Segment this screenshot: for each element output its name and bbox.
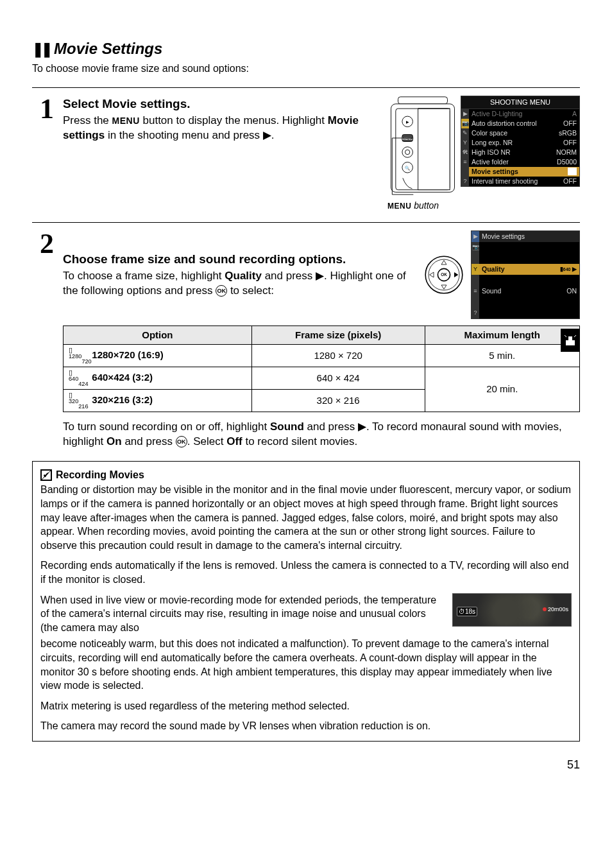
note-title-text: Recording Movies [56,468,144,482]
step-title-bold: Movie settings [102,97,187,110]
note-p1: Banding or distortion may be visible in … [40,483,572,552]
rec-indicator: 20m00s [543,605,568,613]
svg-rect-21 [566,340,575,345]
section-heading: ❚❚ Movie Settings [32,39,580,59]
svg-line-23 [565,335,566,337]
section-marker: ❚❚ [32,40,50,59]
multi-selector-icon: OK [423,254,464,295]
step-title: Choose frame size and sound recording op… [63,251,417,268]
opt-label: 1280×720 (16:9) [92,349,163,360]
ok-icon: OK [176,436,187,447]
ok-icon: OK [216,285,227,297]
svg-text:MENU: MENU [402,137,412,141]
svg-rect-11 [418,108,450,189]
table-header-row: Option Frame size (pixels) Maximum lengt… [64,326,580,344]
t: . [271,129,275,141]
shooting-menu-screen: SHOOTING MENU ▶ 📷 ✎ Y 🛠 ≡ ? Active D-Lig… [461,96,580,187]
svg-text:▶: ▶ [406,119,409,124]
note-p3a: When used in live view or movie-recordin… [40,593,446,635]
res-icon: ▯ 640424 [69,369,87,387]
step-illustration: ▶ MENU 🔍 SHOOTING MENU ▶ 📷 ✎ Y [387,96,580,212]
note-p3b: become noticeably warm, but this does no… [40,637,572,692]
lcd-sidebar: ▶ 📷 Y ≡ ? [472,231,479,318]
lcd-sidebar: ▶ 📷 ✎ Y 🛠 ≡ ? [461,109,469,186]
menu-button-caption: MENU button [387,200,439,212]
step-title-prefix: Select [63,97,102,110]
caption-label: MENU [387,202,411,211]
panel-row-sound: SoundON [479,286,579,297]
th-max-length: Maximum length [425,326,579,344]
caption-italic: button [411,200,439,211]
side-tab-icon [561,329,580,352]
cell-len: 5 min. [425,344,579,367]
blank-row [479,275,579,286]
th-option: Option [64,326,252,344]
menu-item-interval-timer: Interval timer shootingOFF [469,177,579,186]
section-title: Movie Settings [54,39,162,59]
step-text: To choose a frame size, highlight Qualit… [63,269,417,299]
svg-rect-0 [398,97,448,104]
step-number: 1 [32,96,54,212]
lcd-rows: Active D-LightingA Auto distortion contr… [469,109,579,186]
res-icon: ▯ 1280720 [69,347,87,365]
step-number: 2 [32,230,54,449]
cell-len: 20 min. [425,367,579,412]
svg-line-24 [574,335,576,337]
page-number: 51 [32,757,580,772]
panel-title: Movie settings [479,231,579,242]
blank-row [479,253,579,264]
svg-point-7 [402,147,412,157]
t: in the shooting menu and press [105,129,263,141]
table-row: ▯ 1280720 1280×720 (16:9) 1280 × 720 5 m… [64,344,580,367]
divider [32,87,580,88]
recording-movies-note: ✔ Recording Movies Banding or distortion… [32,461,580,742]
opt-label: 640×424 (3:2) [92,372,153,383]
step-text: Press the MENU button to display the men… [63,114,378,143]
t: To choose a frame size, highlight [63,270,225,282]
right-tri-icon: ▶ [358,421,366,433]
menu-item-movie-settings: Movie settings [469,167,579,177]
note-p4: Matrix metering is used regardless of th… [40,699,572,713]
menu-item-long-exp-nr: Long exp. NROFF [469,138,579,148]
step-2: 2 Choose frame size and sound recording … [32,230,580,449]
opt-label: 320×216 (3:2) [92,394,153,405]
blank-row [479,308,579,318]
camera-back-diagram: ▶ MENU 🔍 [387,96,458,196]
menu-item-high-iso-nr: High ISO NRNORM [469,148,579,157]
quality-table: Option Frame size (pixels) Maximum lengt… [63,326,580,412]
t: and press [262,270,316,282]
step-title: Select Movie settings. [63,96,378,112]
t: Press the [63,114,112,126]
note-title: ✔ Recording Movies [40,468,572,482]
sound-paragraph: To turn sound recording on or off, highl… [63,420,580,449]
menu-item-auto-distortion: Auto distortion controlOFF [469,119,579,128]
caution-icon: ✔ [40,469,52,481]
cell-size: 320 × 216 [251,389,425,412]
countdown-screenshot: ⏱18s 20m00s [452,593,572,627]
right-tri-icon: ▶ [263,129,271,141]
right-tri-icon: ▶ [316,270,324,282]
blank-row [479,242,579,253]
th-frame-size: Frame size (pixels) [251,326,425,344]
note-p2: Recording ends automatically if the lens… [40,559,572,586]
countdown-badge: ⏱18s [457,607,477,617]
cell-size: 1280 × 720 [251,344,425,367]
table-row: ▯ 640424 640×424 (3:2) 640 × 424 20 min. [64,367,580,389]
t: button to display the menus. Highlight [140,114,328,126]
svg-text:🔍: 🔍 [405,166,410,171]
blank-row [479,297,579,308]
menu-item-active-folder: Active folderD5000 [469,157,579,167]
t: Quality [225,270,262,282]
note-p5: The camera may record the sound made by … [40,719,572,733]
divider [32,222,580,223]
step-1: 1 Select Movie settings. Press the MENU … [32,96,580,212]
menu-item-active-d-lighting: Active D-LightingA [469,109,579,119]
svg-text:OK: OK [441,272,447,277]
t: to select: [227,284,274,297]
menu-word: MENU [112,116,140,126]
svg-rect-22 [568,336,572,340]
res-icon: ▯ 320216 [69,392,87,410]
panel-row-quality: Quality▮640 ▶ [479,264,579,275]
section-intro: To choose movie frame size and sound opt… [32,62,580,76]
lcd-title: SHOOTING MENU [461,96,579,109]
